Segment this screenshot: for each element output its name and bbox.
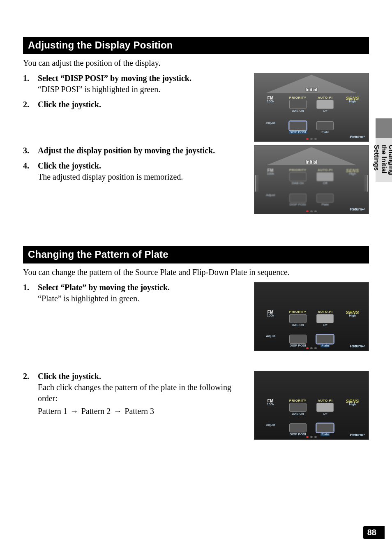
side-tab-label: Changing the Initial Settings [376, 138, 392, 182]
thumb-sens-top: SENS [346, 399, 359, 402]
thumb-fm-bottom: 100k [267, 403, 274, 406]
seq-item: Pattern 2 [81, 407, 111, 416]
section2-intro: You can change the pattern of the Source… [23, 267, 369, 278]
thumb-priority-bottom: DAB On [292, 412, 304, 416]
section1-heading: Adjusting the Display Position [23, 37, 369, 54]
step-note: “DISP POSI” is highlighted in green. [38, 85, 160, 94]
step-title: Select “Plate” by moving the joystick. [38, 283, 170, 292]
screenshot-disp-posi-adjusting: Initial FM100k PRIORITYDAB On AUTO-PIOff… [254, 145, 369, 214]
thumb-plate: Plate [321, 433, 330, 436]
section2-heading: Changing the Pattern of Plate [23, 246, 369, 263]
thumb-priority-bottom: DAB On [292, 324, 304, 327]
thumb-fm-bottom: 100k [267, 172, 274, 176]
arrow-right-icon: → [70, 406, 78, 417]
step-number: 2. [23, 371, 33, 417]
screenshot-disp-posi-initial: Initial FM100k PRIORITYDAB On AUTO-PIOff… [254, 73, 369, 142]
thumb-sens-top: SENS [346, 310, 359, 314]
thumb-autopi-bottom: Off [323, 324, 327, 327]
thumb-priority-top: PRIORITY [289, 169, 307, 172]
thumb-return: Return↵ [350, 344, 365, 348]
thumb-sens-bottom: High [349, 100, 356, 103]
section2-step-2: 2. Click the joystick. Each click change… [23, 371, 248, 417]
screenshot-plate-pattern: FM100k PRIORITYDAB On AUTO-PIOff SENSHig… [254, 371, 369, 440]
thumb-fm-top: FM [267, 310, 274, 314]
step-number: 1. [23, 73, 33, 95]
step-title: Click the joystick. [38, 161, 101, 170]
thumb-adjust: Adjust [266, 423, 275, 427]
step-title: Adjust the display position by moving th… [38, 146, 215, 155]
thumb-autopi-bottom: Off [323, 109, 327, 113]
pattern-sequence: Pattern 1 → Pattern 2 → Pattern 3 [38, 406, 248, 417]
side-tab-dark [376, 118, 392, 138]
thumb-return: Return↵ [350, 207, 365, 211]
thumb-disp-posi: DISP POSI [289, 131, 307, 134]
thumb-sens-bottom: High [349, 172, 356, 176]
section2-step-1: 1. Select “Plate” by moving the joystick… [23, 282, 248, 304]
thumb-disp-posi: DISP POSI [290, 344, 306, 347]
page-content: Adjusting the Display Position You can a… [0, 0, 392, 440]
list-item: 2. Click the joystick. [23, 99, 248, 110]
page-number: 88 [363, 526, 380, 539]
thumb-priority-top: PRIORITY [289, 399, 307, 402]
thumb-plate: Plate [321, 203, 329, 206]
step-number: 2. [23, 99, 33, 110]
step-number: 1. [23, 282, 33, 304]
seq-item: Pattern 3 [125, 407, 154, 416]
thumb-fm-bottom: 100k [267, 314, 274, 317]
thumb-adjust: Adjust [266, 121, 275, 125]
thumb-sens-bottom: High [349, 403, 356, 406]
thumb-disp-posi: DISP POSI [290, 203, 306, 206]
thumb-fm-top: FM [267, 169, 274, 172]
section1-steps-1-2: 1. Select “DISP POSI” by moving the joys… [23, 73, 248, 110]
thumb-plate: Plate [321, 344, 330, 347]
step-number: 4. [23, 160, 33, 183]
thumb-sens-bottom: High [349, 314, 356, 317]
thumb-plate: Plate [321, 131, 329, 134]
thumb-autopi-bottom: Off [323, 412, 327, 416]
step-title: Click the joystick. [38, 372, 101, 381]
list-item: 4. Click the joystick. The adjusted disp… [23, 160, 248, 183]
list-item: 3. Adjust the display position by moving… [23, 145, 248, 156]
thumb-autopi-top: AUTO-PI [318, 169, 332, 172]
thumb-priority-top: PRIORITY [289, 310, 307, 314]
seq-item: Pattern 1 [38, 407, 67, 416]
thumb-priority-bottom: DAB On [292, 182, 304, 185]
thumb-autopi-bottom: Off [323, 182, 327, 185]
thumb-fm-bottom: 100k [267, 100, 274, 103]
step-note: The adjusted display position is memoriz… [38, 172, 183, 181]
step-number: 3. [23, 145, 33, 156]
thumb-return: Return↵ [350, 433, 365, 437]
thumb-adjust: Adjust [266, 335, 275, 338]
list-item: 1. Select “DISP POSI” by moving the joys… [23, 73, 248, 95]
list-item: 1. Select “Plate” by moving the joystick… [23, 282, 248, 304]
thumb-fm-top: FM [267, 96, 274, 99]
thumb-sens-top: SENS [346, 169, 359, 172]
list-item: 2. Click the joystick. Each click change… [23, 371, 248, 417]
thumb-autopi-top: AUTO-PI [318, 399, 332, 402]
thumb-adjust: Adjust [266, 194, 275, 197]
arrow-right-icon: → [113, 406, 122, 417]
step-title: Click the joystick. [38, 100, 101, 109]
thumb-initial-label: Initial [306, 159, 318, 164]
step-note: Each click changes the pattern of the pl… [38, 383, 231, 403]
section1-intro: You can adjust the position of the displ… [23, 58, 369, 69]
step-note: “Plate” is highlighted in green. [38, 294, 139, 303]
thumb-priority-bottom: DAB On [292, 109, 304, 113]
thumb-sens-top: SENS [346, 96, 359, 99]
section1-steps-3-4: 3. Adjust the display position by moving… [23, 145, 248, 183]
thumb-priority-top: PRIORITY [289, 96, 307, 99]
thumb-fm-top: FM [267, 399, 274, 402]
thumb-autopi-top: AUTO-PI [318, 310, 332, 314]
thumb-return: Return↵ [350, 135, 365, 139]
side-tab: Changing the Initial Settings [376, 118, 392, 182]
screenshot-plate-selected: FM100k PRIORITYDAB On AUTO-PIOff SENSHig… [254, 282, 369, 351]
thumb-initial-label: Initial [306, 87, 318, 92]
thumb-disp-posi: DISP POSI [290, 433, 306, 436]
step-title: Select “DISP POSI” by moving the joystic… [38, 74, 191, 83]
thumb-autopi-top: AUTO-PI [318, 96, 332, 99]
